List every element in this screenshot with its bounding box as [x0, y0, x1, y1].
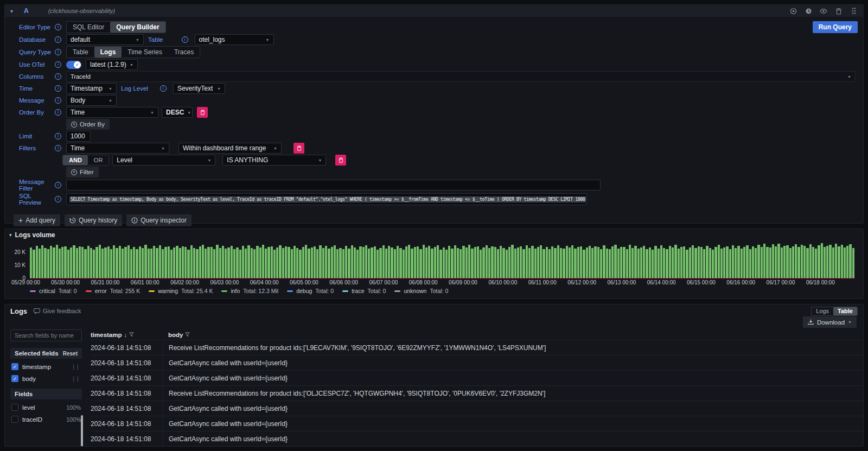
add-filter-button[interactable]: +Filter: [66, 167, 99, 177]
legend-item-debug[interactable]: debugTotal: 0: [287, 288, 334, 294]
legend-item-trace[interactable]: traceTotal: 0: [342, 288, 386, 294]
column-header-body[interactable]: body: [163, 332, 863, 338]
download-button[interactable]: Download ▼: [803, 316, 857, 328]
message-column-select[interactable]: Body: [66, 95, 117, 106]
available-field-level[interactable]: level100%: [10, 403, 82, 411]
bar: [502, 248, 505, 278]
editor-type-option-builder[interactable]: Query Builder: [110, 22, 165, 33]
hide-response-icon[interactable]: [820, 7, 827, 15]
table-row[interactable]: 2024-06-18 14:51:08GetCartAsync called w…: [91, 431, 863, 446]
selected-field-body[interactable]: ✓body⡇⡇: [10, 374, 82, 383]
info-icon[interactable]: i: [55, 109, 61, 116]
checkbox-checked[interactable]: ✓: [11, 375, 18, 382]
legend-item-critical[interactable]: criticalTotal: 0: [30, 288, 77, 294]
bar: [712, 250, 714, 278]
table-row[interactable]: 2024-06-18 14:51:08Receive ListRecommend…: [91, 385, 863, 401]
add-order-by-button[interactable]: +Order By: [66, 119, 110, 130]
bar: [225, 249, 227, 278]
add-query-button[interactable]: +Add query: [14, 214, 60, 226]
legend-item-error[interactable]: errorTotal: 255 K: [86, 288, 141, 294]
columns-multiselect[interactable]: TraceId: [66, 71, 856, 82]
info-icon[interactable]: i: [55, 73, 61, 80]
filter2-operator-select[interactable]: IS ANYTHING: [222, 155, 326, 166]
sort-desc-icon[interactable]: ↓: [124, 332, 127, 338]
collapse-query-icon[interactable]: ▾: [10, 8, 13, 14]
legend-item-warning[interactable]: warningTotal: 25.4 K: [149, 288, 213, 294]
bar: [451, 249, 453, 278]
query-type-option-timeseries[interactable]: Time Series: [122, 47, 168, 58]
filter1-operator-select[interactable]: Within dashboard time range: [178, 143, 282, 154]
remove-filter2-button[interactable]: [335, 155, 346, 166]
info-icon[interactable]: i: [55, 97, 61, 104]
info-icon[interactable]: i: [55, 182, 61, 188]
view-option-logs[interactable]: Logs: [812, 307, 833, 315]
query-type-option-table[interactable]: Table: [67, 47, 94, 58]
order-by-field-select[interactable]: Time: [66, 107, 158, 118]
sidebar-scrollbar[interactable]: [81, 415, 83, 446]
info-icon[interactable]: i: [55, 36, 61, 43]
info-icon[interactable]: i: [55, 61, 61, 68]
filter2-field-select[interactable]: Level: [112, 155, 215, 166]
bar: [457, 248, 459, 278]
checkbox-checked[interactable]: ✓: [11, 363, 18, 370]
reset-fields-button[interactable]: Reset: [63, 351, 78, 357]
bar: [439, 250, 442, 278]
view-option-table[interactable]: Table: [833, 307, 857, 315]
filter-funnel-icon[interactable]: [185, 332, 190, 337]
delete-query-icon[interactable]: [835, 7, 843, 15]
column-header-timestamp[interactable]: timestamp ↓: [91, 332, 163, 338]
query-inspector-button[interactable]: Query inspector: [126, 214, 192, 226]
info-icon[interactable]: i: [160, 85, 167, 92]
collapse-panel-icon[interactable]: ▾: [9, 232, 12, 238]
query-history-button[interactable]: Query history: [65, 214, 122, 226]
log-level-select[interactable]: SeverityText: [173, 83, 225, 94]
limit-input[interactable]: [66, 131, 91, 142]
drag-handle-icon[interactable]: ⡇⡇: [73, 364, 81, 370]
duplicate-icon[interactable]: [789, 7, 797, 15]
table-row[interactable]: 2024-06-18 14:51:08GetCartAsync called w…: [91, 355, 863, 370]
info-icon[interactable]: i: [55, 133, 61, 139]
table-label: Table: [148, 36, 163, 43]
table-row[interactable]: 2024-06-18 14:51:08Receive ListRecommend…: [91, 340, 863, 355]
run-query-button[interactable]: Run Query: [813, 21, 858, 33]
legend-item-info[interactable]: infoTotal: 12.3 Mil: [221, 288, 278, 294]
query-type-option-logs[interactable]: Logs: [94, 47, 122, 58]
query-type-option-traces[interactable]: Traces: [168, 47, 200, 58]
join-option-or[interactable]: OR: [88, 155, 109, 165]
database-select[interactable]: default: [66, 34, 144, 45]
table-select[interactable]: otel_logs: [195, 34, 274, 45]
otel-version-select[interactable]: latest (1.2.9): [86, 59, 138, 70]
give-feedback-button[interactable]: Give feedback: [34, 308, 81, 314]
join-option-and[interactable]: AND: [63, 155, 88, 165]
info-icon[interactable]: i: [55, 145, 61, 151]
order-by-direction-select[interactable]: DESC: [162, 107, 193, 118]
message-filter-input[interactable]: [66, 180, 601, 190]
use-otel-toggle[interactable]: ✓: [66, 61, 81, 69]
time-column-select[interactable]: Timestamp: [66, 83, 117, 94]
query-row-header: ▾ A (clickhouse-observability): [5, 5, 863, 17]
editor-type-option-sql[interactable]: SQL Editor: [67, 22, 110, 33]
info-icon[interactable]: i: [182, 36, 188, 43]
table-row[interactable]: 2024-06-18 14:51:08GetCartAsync called w…: [91, 416, 863, 431]
remove-filter1-button[interactable]: [293, 143, 304, 154]
legend-item-unknown[interactable]: unknownTotal: 0: [394, 288, 448, 294]
drag-handle-icon[interactable]: ⡇⡇: [73, 376, 81, 382]
drag-handle-icon[interactable]: [850, 7, 858, 15]
remove-order-by-button[interactable]: [197, 107, 208, 118]
history-icon[interactable]: [805, 7, 812, 15]
info-icon[interactable]: i: [55, 196, 61, 202]
available-field-traceID[interactable]: traceID100%: [10, 415, 82, 423]
selected-field-timestamp[interactable]: ✓timestamp⡇⡇: [10, 363, 82, 371]
info-icon[interactable]: i: [55, 49, 61, 55]
search-fields-input[interactable]: [10, 329, 82, 341]
info-icon[interactable]: i: [55, 24, 61, 30]
legend-swatch-icon: [342, 290, 348, 292]
info-icon[interactable]: i: [55, 85, 61, 92]
table-row[interactable]: 2024-06-18 14:51:08GetCartAsync called w…: [91, 370, 863, 385]
checkbox-unchecked[interactable]: [11, 404, 18, 411]
filter1-field-select[interactable]: Time: [66, 143, 169, 154]
filter-funnel-icon[interactable]: [129, 332, 134, 337]
checkbox-unchecked[interactable]: [11, 416, 18, 423]
bar: [376, 250, 379, 278]
table-row[interactable]: 2024-06-18 14:51:08GetCartAsync called w…: [91, 401, 863, 416]
